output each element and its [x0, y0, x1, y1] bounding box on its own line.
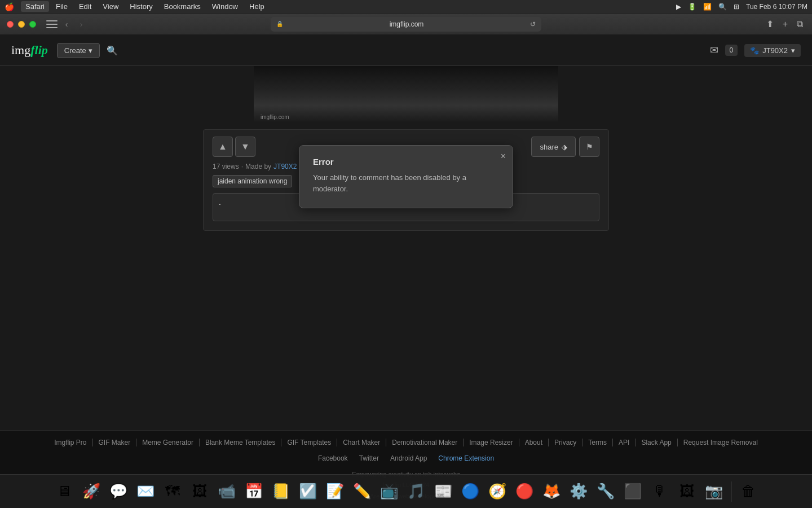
meme-image: imgflip.com: [254, 66, 558, 122]
footer-link-slack-app[interactable]: Slack App: [636, 439, 677, 446]
clock-display: Tue Feb 6 10:07 PM: [746, 3, 807, 11]
photos-icon[interactable]: 🖼: [187, 479, 212, 504]
reload-button[interactable]: ↺: [530, 20, 536, 28]
share-toolbar-icon[interactable]: ⬆: [766, 19, 774, 29]
footer-link-blank-meme-templates[interactable]: Blank Meme Templates: [200, 439, 282, 446]
url-text: imgflip.com: [286, 20, 527, 28]
site-navbar: img flip Create ▾ 🔍 ✉ 0 🐾 JT90X2 ▾: [0, 35, 812, 66]
firefox-icon[interactable]: 🦊: [539, 479, 564, 504]
footer-facebook-link[interactable]: Facebook: [318, 454, 348, 462]
reminders-icon[interactable]: ☑️: [295, 479, 320, 504]
mail-icon[interactable]: ✉: [710, 44, 718, 56]
freeform-icon[interactable]: ✏️: [350, 479, 374, 504]
footer-chrome-link[interactable]: Chrome Extension: [438, 454, 494, 462]
footer-link-gif-maker[interactable]: GIF Maker: [93, 439, 137, 446]
footer-link-privacy[interactable]: Privacy: [549, 439, 582, 446]
footer-link-image-resizer[interactable]: Image Resizer: [464, 439, 519, 446]
content-inner: img flip Create ▾ 🔍 ✉ 0 🐾 JT90X2 ▾: [0, 35, 812, 430]
footer-android-link[interactable]: Android App: [390, 454, 427, 462]
appstore-icon[interactable]: 🔵: [458, 479, 483, 504]
footer-link-request-image-removal[interactable]: Request Image Removal: [678, 439, 764, 446]
search-icon[interactable]: 🔍: [107, 45, 118, 56]
safari-icon[interactable]: 🧭: [485, 479, 510, 504]
mail-icon[interactable]: ✉️: [133, 479, 158, 504]
dock-divider: [731, 481, 731, 502]
dialog-message: Your ability to comment has been disable…: [313, 172, 499, 194]
menu-file[interactable]: File: [51, 1, 72, 12]
menu-window[interactable]: Window: [208, 1, 242, 12]
footer-link-api[interactable]: API: [613, 439, 636, 446]
error-dialog: × Error Your ability to comment has been…: [299, 145, 513, 208]
traffic-lights: [7, 21, 36, 28]
new-tab-button[interactable]: +: [783, 19, 788, 29]
dialog-close-button[interactable]: ×: [501, 151, 506, 161]
create-label: Create: [64, 46, 86, 55]
footer-links: Imgflip ProGIF MakerMeme GeneratorBlank …: [0, 439, 812, 446]
menu-history[interactable]: History: [125, 1, 157, 12]
podcasts-icon[interactable]: 🎙: [647, 479, 672, 504]
menu-help[interactable]: Help: [245, 1, 269, 12]
notes-icon[interactable]: 📝: [323, 479, 347, 504]
username-label: JT90X2: [762, 46, 788, 55]
chrome-icon[interactable]: 🔴: [512, 479, 537, 504]
tabs-button[interactable]: ⧉: [797, 19, 803, 29]
chevron-down-icon: ▾: [89, 46, 92, 55]
menu-safari[interactable]: Safari: [21, 1, 49, 12]
menu-bookmarks[interactable]: Bookmarks: [160, 1, 205, 12]
dialog-overlay: × Error Your ability to comment has been…: [0, 122, 812, 231]
menu-view[interactable]: View: [98, 1, 123, 12]
footer-link-gif-templates[interactable]: GIF Templates: [281, 439, 337, 446]
user-menu-button[interactable]: 🐾 JT90X2 ▾: [744, 44, 801, 57]
preview-icon[interactable]: 🖼: [674, 479, 699, 504]
close-window-button[interactable]: [7, 21, 14, 28]
calendar-icon[interactable]: 📅: [241, 479, 266, 504]
trash-icon[interactable]: 🗑: [736, 479, 761, 504]
tvapp-icon[interactable]: 📺: [377, 479, 401, 504]
forward-button[interactable]: ›: [76, 19, 87, 30]
launchpad-icon[interactable]: 🚀: [79, 479, 104, 504]
site-logo[interactable]: img flip: [11, 43, 48, 58]
url-bar[interactable]: 🔒 imgflip.com ↺: [271, 17, 541, 32]
systemprefs-icon[interactable]: ⚙️: [566, 479, 591, 504]
logo-img-text: img: [11, 43, 30, 58]
wifi-icon: 📶: [703, 3, 712, 11]
post-area: ▲ ▼ share ⬗ ⚑: [0, 122, 812, 231]
news-icon[interactable]: 📰: [431, 479, 456, 504]
sidebar-toggle-button[interactable]: [46, 20, 58, 28]
minimize-window-button[interactable]: [18, 21, 25, 28]
play-icon: ▶: [676, 3, 681, 11]
facetime-icon[interactable]: 📹: [214, 479, 239, 504]
footer-link-chart-maker[interactable]: Chart Maker: [337, 439, 386, 446]
user-icon: 🐾: [750, 46, 759, 55]
navbar-right: ✉ 0 🐾 JT90X2 ▾: [710, 44, 801, 57]
search-menu-icon[interactable]: 🔍: [718, 3, 727, 11]
directory-icon[interactable]: 🔧: [593, 479, 618, 504]
messages-icon[interactable]: 💬: [106, 479, 131, 504]
imgflip-watermark: imgflip.com: [261, 114, 289, 120]
finder-icon[interactable]: 🖥: [52, 479, 77, 504]
footer-link-terms[interactable]: Terms: [582, 439, 613, 446]
music-icon[interactable]: 🎵: [404, 479, 429, 504]
control-center-icon[interactable]: ⊞: [734, 3, 739, 11]
footer-link-about[interactable]: About: [519, 439, 549, 446]
footer-link-demotivational-maker[interactable]: Demotivational Maker: [386, 439, 464, 446]
footer-link-meme-generator[interactable]: Meme Generator: [136, 439, 200, 446]
maps-icon[interactable]: 🗺: [160, 479, 185, 504]
footer-twitter-link[interactable]: Twitter: [359, 454, 379, 462]
apple-logo-icon[interactable]: 🍎: [5, 2, 14, 11]
lock-icon: 🔒: [276, 21, 283, 27]
menu-edit[interactable]: Edit: [74, 1, 96, 12]
browser-titlebar: ‹ › 🔒 imgflip.com ↺ ⬆ + ⧉: [0, 14, 812, 35]
page-wrapper: 🍎 Safari File Edit View History Bookmark…: [0, 0, 812, 508]
macos-dock: 🖥🚀💬✉️🗺🖼📹📅📒☑️📝✏️📺🎵📰🔵🧭🔴🦊⚙️🔧⬛🎙🖼📷🗑: [0, 474, 812, 508]
notification-count: 0: [725, 45, 738, 56]
footer-link-imgflip-pro[interactable]: Imgflip Pro: [48, 439, 92, 446]
back-button[interactable]: ‹: [61, 19, 72, 30]
terminal-icon[interactable]: ⬛: [620, 479, 645, 504]
photobooth-icon[interactable]: 📷: [701, 479, 726, 504]
contacts-icon[interactable]: 📒: [268, 479, 293, 504]
content-zone: img flip Create ▾ 🔍 ✉ 0 🐾 JT90X2 ▾: [0, 35, 812, 430]
maximize-window-button[interactable]: [29, 21, 36, 28]
create-button[interactable]: Create ▾: [57, 43, 100, 58]
dialog-title: Error: [313, 157, 499, 167]
